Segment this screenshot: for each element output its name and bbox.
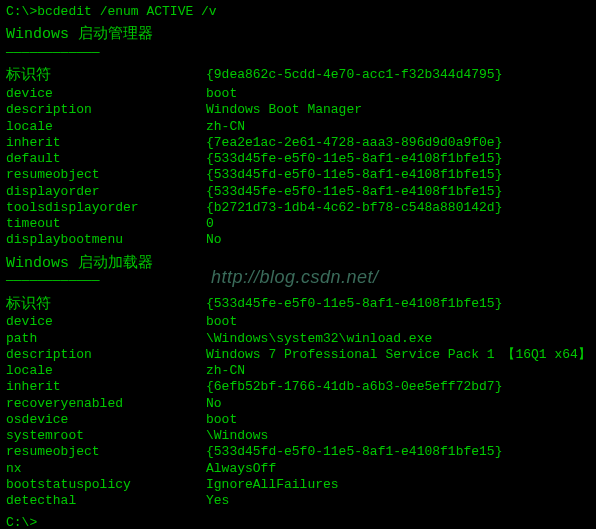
- property-key: displayorder: [6, 184, 206, 200]
- command-text: bcdedit /enum ACTIVE /v: [37, 4, 216, 19]
- property-value: No: [206, 232, 590, 248]
- identifier-row: 标识符 {533d45fe-e5f0-11e5-8af1-e4108f1bfe1…: [6, 296, 590, 315]
- property-row: resumeobject{533d45fd-e5f0-11e5-8af1-e41…: [6, 167, 590, 183]
- property-value: AlwaysOff: [206, 461, 590, 477]
- property-row: recoveryenabledNo: [6, 396, 590, 412]
- property-value: 0: [206, 216, 590, 232]
- property-key: timeout: [6, 216, 206, 232]
- property-key: systemroot: [6, 428, 206, 444]
- property-value: boot: [206, 412, 590, 428]
- property-key: description: [6, 347, 206, 363]
- property-row: localezh-CN: [6, 119, 590, 135]
- property-value: zh-CN: [206, 119, 590, 135]
- property-row: inherit{7ea2e1ac-2e61-4728-aaa3-896d9d0a…: [6, 135, 590, 151]
- property-key: detecthal: [6, 493, 206, 509]
- property-value: \Windows\system32\winload.exe: [206, 331, 590, 347]
- property-row: timeout0: [6, 216, 590, 232]
- property-row: deviceboot: [6, 314, 590, 330]
- property-key: description: [6, 102, 206, 118]
- property-row: displaybootmenuNo: [6, 232, 590, 248]
- property-key: locale: [6, 119, 206, 135]
- identifier-value: {533d45fe-e5f0-11e5-8af1-e4108f1bfe15}: [206, 296, 590, 315]
- property-key: locale: [6, 363, 206, 379]
- property-key: displaybootmenu: [6, 232, 206, 248]
- prompt: C:\>: [6, 4, 37, 19]
- property-row: descriptionWindows Boot Manager: [6, 102, 590, 118]
- property-row: nxAlwaysOff: [6, 461, 590, 477]
- property-value: \Windows: [206, 428, 590, 444]
- property-row: resumeobject{533d45fd-e5f0-11e5-8af1-e41…: [6, 444, 590, 460]
- property-row: toolsdisplayorder{b2721d73-1db4-4c62-bf7…: [6, 200, 590, 216]
- property-row: path\Windows\system32\winload.exe: [6, 331, 590, 347]
- heading-underline: ————————————: [6, 45, 590, 61]
- property-value: {533d45fe-e5f0-11e5-8af1-e4108f1bfe15}: [206, 184, 590, 200]
- property-row: bootstatuspolicyIgnoreAllFailures: [6, 477, 590, 493]
- boot-manager-heading: Windows 启动管理器: [6, 26, 590, 45]
- property-key: toolsdisplayorder: [6, 200, 206, 216]
- property-value: {b2721d73-1db4-4c62-bf78-c548a880142d}: [206, 200, 590, 216]
- property-key: resumeobject: [6, 167, 206, 183]
- property-key: device: [6, 314, 206, 330]
- property-key: bootstatuspolicy: [6, 477, 206, 493]
- property-value: boot: [206, 86, 590, 102]
- property-row: descriptionWindows 7 Professional Servic…: [6, 347, 590, 363]
- boot-loader-heading: Windows 启动加载器: [6, 255, 590, 274]
- property-key: default: [6, 151, 206, 167]
- command-line: C:\>bcdedit /enum ACTIVE /v: [6, 4, 590, 20]
- property-row: displayorder{533d45fe-e5f0-11e5-8af1-e41…: [6, 184, 590, 200]
- end-prompt[interactable]: C:\>: [6, 515, 590, 529]
- identifier-label: 标识符: [6, 67, 206, 86]
- property-value: {533d45fe-e5f0-11e5-8af1-e4108f1bfe15}: [206, 151, 590, 167]
- property-row: deviceboot: [6, 86, 590, 102]
- property-value: zh-CN: [206, 363, 590, 379]
- identifier-row: 标识符 {9dea862c-5cdd-4e70-acc1-f32b344d479…: [6, 67, 590, 86]
- property-value: Windows Boot Manager: [206, 102, 590, 118]
- property-value: boot: [206, 314, 590, 330]
- property-value: {533d45fd-e5f0-11e5-8af1-e4108f1bfe15}: [206, 167, 590, 183]
- property-value: {6efb52bf-1766-41db-a6b3-0ee5eff72bd7}: [206, 379, 590, 395]
- property-row: osdeviceboot: [6, 412, 590, 428]
- property-key: device: [6, 86, 206, 102]
- property-key: path: [6, 331, 206, 347]
- property-key: nx: [6, 461, 206, 477]
- property-key: osdevice: [6, 412, 206, 428]
- property-key: inherit: [6, 135, 206, 151]
- property-value: {7ea2e1ac-2e61-4728-aaa3-896d9d0a9f0e}: [206, 135, 590, 151]
- property-value: IgnoreAllFailures: [206, 477, 590, 493]
- identifier-label: 标识符: [6, 296, 206, 315]
- property-row: localezh-CN: [6, 363, 590, 379]
- property-value: Windows 7 Professional Service Pack 1 【1…: [206, 347, 591, 363]
- identifier-value: {9dea862c-5cdd-4e70-acc1-f32b344d4795}: [206, 67, 590, 86]
- heading-underline: ————————————: [6, 273, 590, 289]
- property-value: Yes: [206, 493, 590, 509]
- property-row: detecthalYes: [6, 493, 590, 509]
- property-value: {533d45fd-e5f0-11e5-8af1-e4108f1bfe15}: [206, 444, 590, 460]
- property-row: default{533d45fe-e5f0-11e5-8af1-e4108f1b…: [6, 151, 590, 167]
- property-key: inherit: [6, 379, 206, 395]
- property-row: systemroot\Windows: [6, 428, 590, 444]
- property-key: resumeobject: [6, 444, 206, 460]
- property-key: recoveryenabled: [6, 396, 206, 412]
- property-value: No: [206, 396, 590, 412]
- property-row: inherit{6efb52bf-1766-41db-a6b3-0ee5eff7…: [6, 379, 590, 395]
